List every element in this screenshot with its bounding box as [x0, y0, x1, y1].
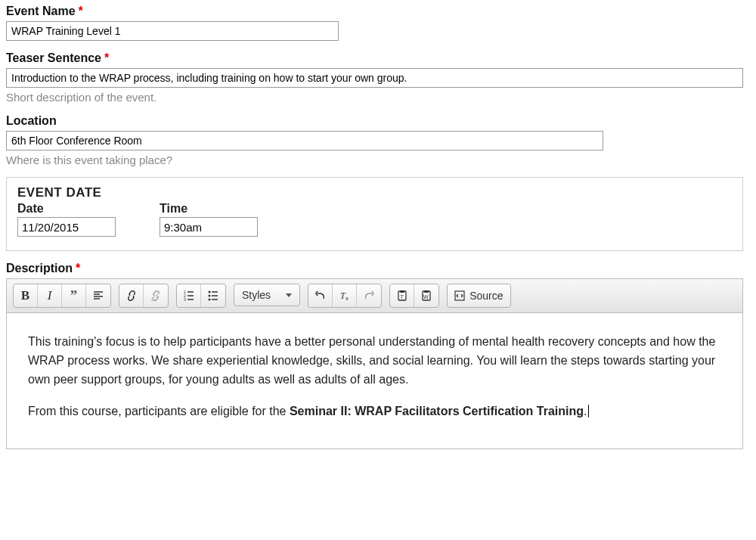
teaser-help: Short description of the event.: [6, 91, 750, 104]
description-label-text: Description: [6, 262, 73, 275]
event-date-title: EVENT DATE: [17, 185, 732, 200]
svg-text:3: 3: [184, 297, 186, 302]
source-group: Source: [447, 284, 511, 308]
editor-toolbar: B I ” 123: [7, 279, 742, 313]
date-label: Date: [17, 202, 116, 216]
undo-button[interactable]: [308, 284, 333, 307]
unlink-button[interactable]: [144, 284, 168, 307]
date-input[interactable]: [17, 217, 116, 237]
event-name-label: Event Name *: [6, 5, 750, 18]
time-column: Time: [160, 202, 258, 237]
styles-dropdown[interactable]: Styles: [234, 284, 300, 306]
source-icon: [454, 290, 466, 302]
svg-rect-20: [400, 290, 404, 293]
align-icon: [92, 290, 104, 302]
remove-format-icon: Tx: [339, 290, 351, 302]
svg-text:W: W: [423, 294, 429, 299]
svg-text:x: x: [345, 295, 349, 302]
para2-part3: .: [584, 405, 587, 417]
required-asterisk: *: [104, 51, 109, 65]
source-button[interactable]: Source: [448, 284, 510, 307]
redo-button[interactable]: [357, 284, 381, 307]
link-button[interactable]: [119, 284, 144, 307]
unlink-icon: [150, 290, 162, 302]
paste-group: T W: [389, 284, 439, 308]
svg-point-11: [209, 291, 211, 293]
bold-button[interactable]: B: [14, 284, 38, 307]
format-group: B I ”: [13, 284, 111, 308]
source-label: Source: [469, 290, 503, 302]
event-name-field: Event Name *: [6, 5, 750, 41]
time-input[interactable]: [160, 217, 258, 237]
description-field: Description * B I ”: [6, 262, 750, 449]
time-label: Time: [160, 202, 258, 216]
svg-line-4: [151, 291, 160, 300]
date-column: Date: [17, 202, 116, 237]
svg-point-13: [209, 299, 211, 301]
ordered-list-button[interactable]: 123: [177, 284, 201, 307]
event-name-input[interactable]: [6, 21, 339, 41]
rich-text-editor: B I ” 123: [6, 278, 743, 449]
chevron-down-icon: [286, 293, 292, 297]
teaser-input[interactable]: [6, 68, 743, 88]
svg-text:T: T: [400, 294, 404, 299]
ordered-list-icon: 123: [183, 290, 195, 302]
styles-label: Styles: [242, 289, 271, 301]
link-group: [119, 284, 169, 308]
remove-format-button[interactable]: Tx: [333, 284, 357, 307]
history-group: Tx: [308, 284, 382, 308]
para2-bold: Seminar II: WRAP Facilitators Certificat…: [290, 405, 584, 417]
svg-point-12: [209, 295, 211, 297]
teaser-label: Teaser Sentence *: [6, 51, 750, 65]
teaser-field: Teaser Sentence * Short description of t…: [6, 51, 750, 104]
editor-paragraph-1: This training's focus is to help partici…: [28, 333, 721, 389]
italic-button[interactable]: I: [38, 284, 62, 307]
svg-rect-23: [424, 290, 429, 293]
align-button[interactable]: [86, 284, 110, 307]
blockquote-button[interactable]: ”: [62, 284, 86, 307]
editor-paragraph-2: From this course, participants are eligi…: [28, 402, 721, 421]
paste-text-button[interactable]: T: [390, 284, 414, 307]
teaser-label-text: Teaser Sentence: [6, 51, 101, 65]
description-label: Description *: [6, 262, 750, 275]
text-cursor: [588, 405, 589, 417]
paste-word-icon: W: [420, 290, 432, 302]
event-date-box: EVENT DATE Date Time: [6, 177, 743, 251]
location-field: Location Where is this event taking plac…: [6, 114, 750, 166]
editor-body[interactable]: This training's focus is to help partici…: [7, 313, 742, 448]
redo-icon: [363, 290, 375, 302]
link-icon: [125, 290, 138, 302]
unordered-list-icon: [207, 290, 219, 302]
location-label: Location: [6, 114, 750, 128]
para2-part1: From this course, participants are eligi…: [28, 405, 290, 417]
paste-text-icon: T: [396, 290, 408, 302]
unordered-list-button[interactable]: [201, 284, 225, 307]
location-help: Where is this event taking place?: [6, 154, 750, 166]
event-name-label-text: Event Name: [6, 5, 76, 18]
list-group: 123: [176, 284, 226, 308]
required-asterisk: *: [79, 5, 83, 18]
required-asterisk: *: [76, 262, 80, 275]
paste-word-button[interactable]: W: [414, 284, 438, 307]
undo-icon: [314, 290, 327, 302]
location-input[interactable]: [6, 131, 603, 151]
location-label-text: Location: [6, 114, 57, 128]
